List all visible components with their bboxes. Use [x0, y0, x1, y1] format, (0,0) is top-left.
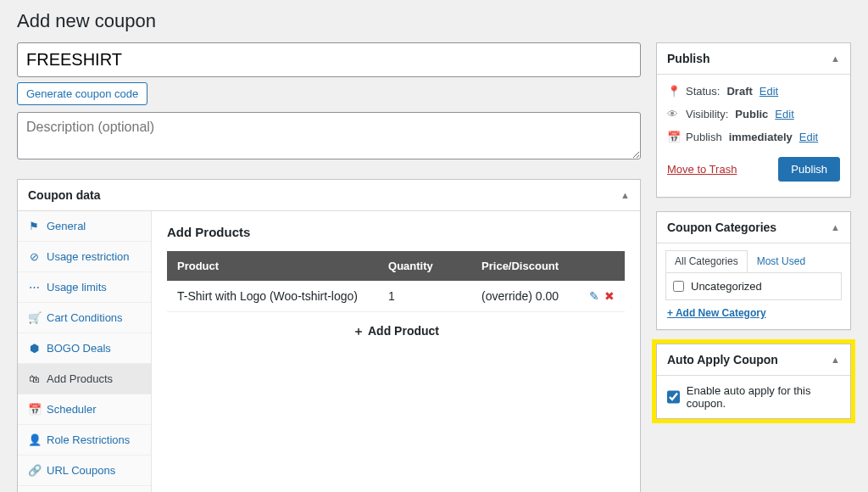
- auto-apply-checkbox[interactable]: [667, 390, 680, 404]
- coupon-code-input[interactable]: [17, 42, 641, 77]
- usage-limits-icon: ⋯: [28, 281, 40, 294]
- collapse-toggle-icon[interactable]: ▲: [620, 190, 630, 200]
- tab-general[interactable]: ⚑General: [18, 211, 151, 242]
- bogo-deals-icon: ⬢: [28, 342, 40, 355]
- tab-label: URL Coupons: [47, 464, 115, 477]
- cell-price: (override) 0.00: [471, 281, 574, 312]
- visibility-label: Visibility:: [686, 108, 728, 120]
- products-table: Product Quantity Price/Discount T-Shirt …: [167, 251, 625, 312]
- add-products-icon: 🛍: [28, 372, 40, 385]
- page-title: Add new coupon: [17, 10, 851, 32]
- publish-box-title: Publish: [667, 52, 710, 65]
- tab-label: Role Restrictions: [47, 433, 130, 446]
- categories-title: Coupon Categories: [667, 221, 776, 234]
- schedule-label: Publish: [686, 131, 722, 143]
- coupon-data-title: Coupon data: [28, 188, 101, 202]
- col-quantity: Quantity: [378, 251, 471, 281]
- pin-icon: 📍: [667, 85, 679, 98]
- tab-label: Usage limits: [47, 281, 107, 294]
- close-icon[interactable]: ✖: [604, 289, 615, 303]
- publish-button[interactable]: Publish: [778, 157, 840, 182]
- edit-status-link[interactable]: Edit: [760, 85, 778, 98]
- add-product-button[interactable]: ＋Add Product: [167, 312, 625, 351]
- move-to-trash-link[interactable]: Move to Trash: [667, 163, 737, 176]
- coupon-data-tabs: ⚑General⊘Usage restriction⋯Usage limits🛒…: [18, 211, 152, 492]
- status-value: Draft: [726, 85, 752, 98]
- schedule-value: immediately: [729, 131, 793, 143]
- scheduler-icon: 📅: [28, 403, 40, 416]
- auto-apply-label: Enable auto apply for this coupon.: [687, 384, 840, 410]
- collapse-toggle-icon[interactable]: ▲: [831, 355, 840, 365]
- col-price: Price/Discount: [471, 251, 574, 281]
- calendar-icon: 📅: [667, 131, 679, 143]
- general-icon: ⚑: [28, 220, 40, 232]
- role-restrictions-icon: 👤: [28, 433, 40, 446]
- panel-heading: Add Products: [167, 225, 625, 239]
- tab-label: General: [47, 220, 86, 232]
- tab-label: Cart Conditions: [47, 311, 123, 324]
- col-product: Product: [167, 251, 378, 281]
- pencil-icon[interactable]: ✎: [589, 289, 599, 303]
- tab-label: Scheduler: [47, 403, 97, 416]
- visibility-value: Public: [735, 108, 768, 120]
- tab-usage-restriction[interactable]: ⊘Usage restriction: [18, 242, 151, 272]
- eye-icon: 👁: [667, 108, 679, 120]
- add-category-link[interactable]: + Add New Category: [657, 307, 850, 329]
- tab-one-click[interactable]: 📣One Click Apply Notification: [18, 486, 151, 492]
- plus-icon: ＋: [353, 324, 364, 338]
- tab-label: Usage restriction: [47, 250, 130, 263]
- generate-code-button[interactable]: Generate coupon code: [17, 82, 147, 105]
- category-item[interactable]: Uncategorized: [673, 280, 834, 293]
- cart-conditions-icon: 🛒: [28, 311, 40, 324]
- tab-label: BOGO Deals: [47, 342, 111, 355]
- tab-usage-limits[interactable]: ⋯Usage limits: [18, 272, 151, 303]
- cell-product: T-Shirt with Logo (Woo-tshirt-logo): [167, 281, 378, 312]
- category-label: Uncategorized: [691, 280, 762, 293]
- description-textarea[interactable]: [17, 112, 641, 159]
- tab-label: Add Products: [47, 372, 113, 385]
- category-checkbox[interactable]: [673, 281, 684, 292]
- tab-url-coupons[interactable]: 🔗URL Coupons: [18, 456, 151, 486]
- tab-all-categories[interactable]: All Categories: [665, 250, 748, 272]
- table-row: T-Shirt with Logo (Woo-tshirt-logo)1(ove…: [167, 281, 625, 312]
- usage-restriction-icon: ⊘: [28, 250, 40, 263]
- tab-most-used[interactable]: Most Used: [748, 250, 815, 272]
- cell-quantity: 1: [378, 281, 471, 312]
- tab-cart-conditions[interactable]: 🛒Cart Conditions: [18, 303, 151, 333]
- edit-visibility-link[interactable]: Edit: [775, 108, 793, 120]
- edit-schedule-link[interactable]: Edit: [799, 131, 818, 143]
- status-label: Status:: [686, 85, 720, 98]
- tab-add-products[interactable]: 🛍Add Products: [18, 364, 151, 394]
- tab-role-restrictions[interactable]: 👤Role Restrictions: [18, 425, 151, 456]
- collapse-toggle-icon[interactable]: ▲: [831, 222, 840, 232]
- url-coupons-icon: 🔗: [28, 464, 40, 477]
- auto-apply-title: Auto Apply Coupon: [667, 353, 778, 366]
- tab-bogo-deals[interactable]: ⬢BOGO Deals: [18, 333, 151, 364]
- collapse-toggle-icon[interactable]: ▲: [831, 53, 840, 64]
- tab-scheduler[interactable]: 📅Scheduler: [18, 394, 151, 425]
